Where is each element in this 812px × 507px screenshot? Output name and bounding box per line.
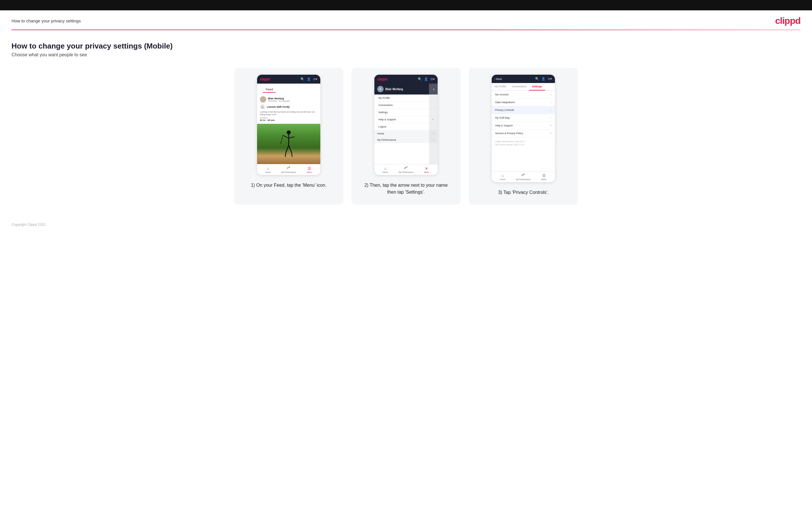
settings-service-privacy: Service & Privacy Policy ↗ xyxy=(492,129,555,137)
feed-lesson-title: Lesson with Fordy xyxy=(267,105,290,108)
home-icon-2: ⌂ xyxy=(384,166,387,171)
settings-icon-2: ⊙▾ xyxy=(430,77,435,81)
privacy-controls-label: Privacy Controls xyxy=(495,109,514,111)
phone-nav-icons-3: 🔍 👤 ⊙▾ xyxy=(535,77,552,81)
search-icon-2: 🔍 xyxy=(418,77,422,81)
svg-line-10 xyxy=(285,153,286,157)
svg-line-6 xyxy=(283,135,289,138)
svg-point-1 xyxy=(261,100,265,103)
feed-golf-image xyxy=(257,124,320,164)
settings-my-account: My Account › xyxy=(492,91,555,99)
home-icon-1: ⌂ xyxy=(267,166,269,171)
settings-data-integrations: Data Integrations › xyxy=(492,99,555,106)
svg-text:♟: ♟ xyxy=(262,106,263,108)
svg-point-4 xyxy=(287,130,291,134)
performance-icon-3 xyxy=(521,173,525,178)
user-icon-3: 👤 xyxy=(542,77,546,81)
dropdown-logout: Logout xyxy=(374,123,438,130)
data-integrations-chevron: › xyxy=(551,101,552,104)
data-integrations-label: Data Integrations xyxy=(495,101,515,104)
dropdown-user-name: Blair McHarg xyxy=(385,88,403,91)
settings-body: My Account › Data Integrations › Privacy… xyxy=(492,91,555,171)
search-icon-1: 🔍 xyxy=(301,77,305,81)
steps-container: clippd 🔍 👤 ⊙▾ Feed xyxy=(11,68,801,205)
user-icon-1: 👤 xyxy=(307,77,311,81)
phone-bottom-performance-2: My Performance xyxy=(399,166,413,173)
header: How to change your privacy settings clip… xyxy=(0,10,812,30)
user-icon-2: 👤 xyxy=(424,77,428,81)
performance-label-1: My Performance xyxy=(281,171,296,173)
page-subheading: Choose what you want people to see xyxy=(11,52,801,57)
dropdown-help-support: Help & Support ↗ xyxy=(374,116,438,123)
menu-label-1: Menu xyxy=(307,171,312,173)
blurred-bg xyxy=(429,83,438,164)
feed-avatar-row: Blair McHarg Yesterday · Sunningdale xyxy=(260,96,317,103)
tab-connections: Connections xyxy=(509,83,529,91)
home-label-3: Home xyxy=(500,178,506,180)
feed-tab: Feed xyxy=(263,85,276,93)
phone-logo-2: clippd xyxy=(377,77,387,81)
phone-nav-icons-2: 🔍 👤 ⊙▾ xyxy=(418,77,435,81)
dropdown-user-row: B Blair McHarg ∧ xyxy=(374,83,438,95)
step-card-1: clippd 🔍 👤 ⊙▾ Feed xyxy=(234,68,343,205)
top-bar xyxy=(0,0,812,10)
dropdown-my-performance: My Performance ∨ xyxy=(374,137,438,143)
phone-body-1: Feed Blair McHarg Yesterday · Sunningdal… xyxy=(257,83,320,164)
phone-body-2: B Blair McHarg ∧ My Profile Connections … xyxy=(374,83,438,164)
settings-help-support: Help & Support ↗ xyxy=(492,122,555,129)
phone-bottom-home-2: ⌂ Home xyxy=(379,166,392,173)
dropdown-user-info: B Blair McHarg xyxy=(377,86,403,92)
svg-line-12 xyxy=(281,135,283,144)
phone-bottom-performance-1: My Performance xyxy=(281,166,296,173)
my-account-label: My Account xyxy=(495,93,509,96)
back-button: ‹ Back xyxy=(495,77,502,80)
menu-label-2: Menu xyxy=(424,171,429,173)
dropdown-settings: Settings xyxy=(374,109,438,116)
settings-back-row: ‹ Back 🔍 👤 ⊙▾ xyxy=(492,75,555,83)
dropdown-connections: Connections xyxy=(374,102,438,109)
phone-nav-icons-1: 🔍 👤 ⊙▾ xyxy=(301,77,317,81)
home-label-2: Home xyxy=(383,171,388,173)
dropdown-overlay: B Blair McHarg ∧ My Profile Connections … xyxy=(374,83,438,143)
phone-bottom-home-1: ⌂ Home xyxy=(262,166,274,173)
feed-lesson-row: ♟ Lesson with Fordy xyxy=(260,104,317,109)
main-content: How to change your privacy settings (Mob… xyxy=(0,30,812,213)
settings-icon-1: ⊙▾ xyxy=(313,77,317,81)
logo: clippd xyxy=(775,15,801,26)
feed-duration-label: Duration xyxy=(260,117,317,119)
step-description-2: 2) Then, tap the arrow next to your name… xyxy=(357,182,455,195)
dropdown-user-avatar: B xyxy=(377,86,384,92)
phone-bottom-nav-1: ⌂ Home My Performance ☰ Menu xyxy=(257,164,320,175)
phone-nav-1: clippd 🔍 👤 ⊙▾ xyxy=(257,75,320,83)
svg-line-8 xyxy=(286,145,289,153)
feed-date: Yesterday · Sunningdale xyxy=(268,100,290,102)
dropdown-home: Home ∨ xyxy=(374,130,438,137)
step-card-3: ‹ Back 🔍 👤 ⊙▾ My Profile Connections Set… xyxy=(469,68,578,205)
phone-bottom-nav-3: ⌂ Home My Performance ☰ Menu xyxy=(492,171,555,182)
menu-icon-1: ☰ xyxy=(308,166,311,171)
performance-icon-2 xyxy=(404,166,408,171)
lesson-icon: ♟ xyxy=(260,104,265,109)
feed-user-info: Blair McHarg Yesterday · Sunningdale xyxy=(268,97,290,102)
service-privacy-label: Service & Privacy Policy xyxy=(495,132,523,135)
page-heading: How to change your privacy settings (Mob… xyxy=(11,42,801,51)
step-description-1: 1) On your Feed, tap the 'Menu' icon. xyxy=(248,182,329,189)
dropdown-section: Home ∨ My Performance ∨ xyxy=(374,130,438,143)
feed-avatar xyxy=(260,96,266,103)
svg-point-0 xyxy=(262,97,264,100)
feed-name: Blair McHarg xyxy=(268,97,290,100)
privacy-controls-chevron: › xyxy=(551,109,552,111)
settings-my-golf-bag: My Golf Bag › xyxy=(492,114,555,122)
menu-label-3: Menu xyxy=(542,178,547,180)
phone-bottom-menu-2: ✕ Menu xyxy=(420,166,433,173)
step-description-3: 3) Tap 'Privacy Controls'. xyxy=(495,189,552,196)
phone-mockup-3: ‹ Back 🔍 👤 ⊙▾ My Profile Connections Set… xyxy=(492,75,555,182)
performance-label-3: My Performance xyxy=(516,178,530,180)
golfer-svg xyxy=(280,129,297,158)
dropdown-home-label: Home xyxy=(377,132,384,135)
performance-icon-1 xyxy=(287,166,291,171)
feed-desc: Looking to feel like my hands are exitin… xyxy=(260,111,317,116)
phone-bottom-menu-1: ☰ Menu xyxy=(303,166,316,173)
feed-post: Blair McHarg Yesterday · Sunningdale ♟ L… xyxy=(257,94,320,124)
settings-version: Clippd Client Version: 2022.8.3-3SQL Ser… xyxy=(492,137,555,149)
